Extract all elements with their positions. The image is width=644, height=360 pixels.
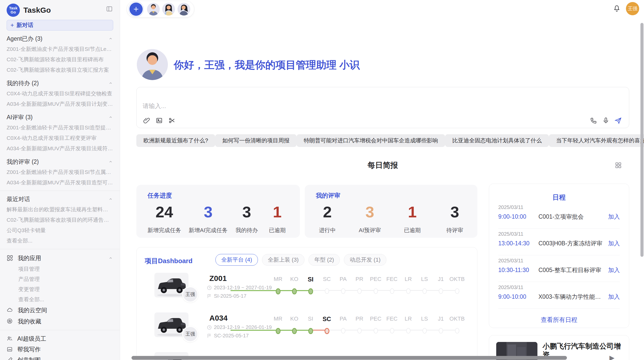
sidebar-item-cloud-space[interactable]: 我的云空间 <box>7 305 113 316</box>
project-row[interactable]: 王强 Z001 2023-12-19 ~ 2027-01-19 SI-2025-… <box>137 272 477 311</box>
sidebar-item-favorites[interactable]: 我的收藏 <box>7 316 113 327</box>
sidebar-item[interactable]: Z001-全新燃油轻卡产品开发项目SI节点属性5D文件评审 <box>7 167 113 177</box>
sidebar-item[interactable]: A034-全新新能源MUV产品开发项目计划变更表编写 <box>7 99 113 109</box>
grid-icon <box>7 255 13 261</box>
clock-icon <box>207 325 212 330</box>
sidebar-divider <box>0 249 120 249</box>
scissors-icon[interactable] <box>168 117 176 124</box>
sidebar-header: Task Go TaskGo <box>7 0 113 17</box>
suggestion-chips: 欧洲新规最近颁布了什么? 如何写一份清晰的项目周报 特朗普可能对进口汽车增税会对… <box>136 134 629 147</box>
stat-label: 我的待办 <box>236 227 258 234</box>
stat-label: 待评审 <box>446 227 463 234</box>
view-all-schedule-link[interactable]: 查看所有日程 <box>498 316 620 324</box>
schedule-time: 10:30-11:30 <box>498 267 538 274</box>
cloud-icon <box>7 307 13 313</box>
sidebar-item-ai-super-staff[interactable]: AI超级员工 <box>7 333 113 344</box>
sidebar-item[interactable]: A034-全新新能源MUV产品开发项目造型可行性评审 <box>7 177 113 188</box>
chevron-up-icon[interactable] <box>109 197 113 201</box>
dashboard-tabs: 全新平台 (4) 全新上装 (3) 年型 (2) 动总开发 (1) <box>215 254 386 266</box>
new-chat-button[interactable]: + 新对话 <box>7 20 113 31</box>
recent-view-all-link[interactable]: 查看全部... <box>7 235 113 246</box>
section-my-review[interactable]: 我的评审 (2) <box>7 157 113 167</box>
suggestion-chip[interactable]: 欧洲新规最近颁布了什么? <box>136 134 215 147</box>
sidebar-item-project-mgmt[interactable]: 项目管理 <box>7 264 113 274</box>
briefing-left-column: 任务进度 24新增完成任务 3新增AI完成任务 3我的待办 1已逾期 我的评审 <box>136 184 477 360</box>
sidebar-item-help-me-write[interactable]: 帮我写作 <box>7 344 113 355</box>
message-input[interactable] <box>137 87 629 114</box>
suggestion-chip[interactable]: 比亚迪全固态电池计划具体说了什么 <box>445 134 549 147</box>
layout-grid-icon[interactable] <box>614 161 622 169</box>
tab-all-new-top[interactable]: 全新上装 (3) <box>262 254 304 266</box>
my-apps-header[interactable]: 我的应用 <box>7 252 113 264</box>
message-composer <box>136 87 629 128</box>
schedule-item: 2025/03/11 9:00-10:00 C001-立项审批会 加入 <box>498 202 620 229</box>
sidebar-item[interactable]: C02-飞腾新能源轻客改款项目里程碑画布 <box>7 54 113 65</box>
sidebar-collapse-icon[interactable] <box>106 6 113 12</box>
chevron-up-icon[interactable] <box>109 115 113 119</box>
apps-view-all-link[interactable]: 查看全部... <box>7 294 113 305</box>
phone-icon[interactable] <box>590 117 597 124</box>
attachment-icon[interactable] <box>143 117 150 124</box>
schedule-event-title: C001-立项审批会 <box>538 213 605 221</box>
microphone-icon[interactable] <box>602 117 610 124</box>
project-row[interactable]: 王强 A034 2023-12-19 ~ 2026-01-19 SC-2025-… <box>137 311 477 351</box>
chevron-up-icon[interactable] <box>109 256 113 260</box>
suggestion-chip[interactable]: 当下年轻人对汽车外观有怎样的喜好趋势 <box>549 134 644 147</box>
sidebar-item[interactable]: Z001-全新燃油皮卡产品开发项目SI节点Lesson Learn报告 <box>7 44 113 54</box>
tab-year-model[interactable]: 年型 (2) <box>309 254 340 266</box>
sidebar-item[interactable]: C0X4-动力总成开发项目工程变更评审 <box>7 133 113 143</box>
schedule-event-title: C003|H0B-方案冻结评审 <box>538 239 605 247</box>
section-my-todo[interactable]: 我的待办 (2) <box>7 78 113 88</box>
join-link[interactable]: 加入 <box>608 293 620 301</box>
schedule-date: 2025/03/11 <box>498 258 620 264</box>
recent-chat-item[interactable]: 解释最新出台的欧盟报废车法规再生塑料比例被调至15%... <box>7 204 113 215</box>
chevron-up-icon[interactable] <box>109 81 113 85</box>
send-icon[interactable] <box>614 117 622 124</box>
horizontal-scrollbar[interactable] <box>131 356 567 360</box>
sidebar-item[interactable]: A034-全新新能源MUV产品开发项目法规符合性评审 <box>7 143 113 154</box>
main-area: 王强 你好，王强，我是你的项目管理助理 小识 <box>120 0 644 360</box>
section-title: 最近对话 <box>7 196 30 202</box>
schedule-item: 2025/03/11 10:30-11:30 C005-整车工程目标评审 加入 <box>498 255 620 282</box>
tab-all-new-platform[interactable]: 全新平台 (4) <box>215 254 258 266</box>
join-link[interactable]: 加入 <box>608 213 620 221</box>
sidebar-item[interactable]: C0X4-动力总成开发项目SI里程碑提交物检查 <box>7 88 113 99</box>
stat-new-done: 24新增完成任务 <box>148 204 181 234</box>
tab-powertrain-dev[interactable]: 动总开发 (1) <box>344 254 386 266</box>
section-ai-review[interactable]: AI评审 (3) <box>7 112 113 122</box>
project-flag: SI-2025-05-17 <box>207 293 246 299</box>
sidebar-item[interactable]: Z001-全新燃油轻卡产品开发项目SI造型提交物评审 <box>7 122 113 133</box>
date-range: 2023-12-19 ~ 2026-01-19 <box>214 324 272 330</box>
milestone-nodes <box>270 328 465 334</box>
stat-overdue: 1已逾期 <box>266 204 289 234</box>
sidebar-item-creative-drawing[interactable]: 创意制图 <box>7 355 113 360</box>
star-circle-icon <box>7 318 13 325</box>
recent-chat-item[interactable]: 公司Q3轻卡销量 <box>7 225 113 235</box>
section-recent-chats[interactable]: 最近对话 <box>7 194 113 204</box>
plus-icon: + <box>10 22 14 29</box>
flag-icon <box>207 333 212 338</box>
image-icon[interactable] <box>155 117 163 124</box>
favorites-label: 我的收藏 <box>18 318 41 325</box>
scroll-right-arrow-icon[interactable]: ▶ <box>609 354 614 360</box>
sidebar-item[interactable]: C02-飞腾新能源轻客改款项目立项汇报方案 <box>7 65 113 75</box>
suggestion-chip[interactable]: 特朗普可能对进口汽车增税会对中国车企造成哪些影响 <box>297 134 445 147</box>
join-link[interactable]: 加入 <box>608 239 620 247</box>
recent-chat-item[interactable]: C02-飞腾新能源轻客改款项目的闭环通告反馈情况 <box>7 215 113 225</box>
suggestion-chip[interactable]: 如何写一份清晰的项目周报 <box>215 134 297 147</box>
sidebar-item-change-mgmt[interactable]: 变更管理 <box>7 284 113 294</box>
scroll-down-arrow-icon[interactable]: ▼ <box>614 345 620 352</box>
vertical-scrollbar[interactable] <box>640 23 643 257</box>
owner-name: 王强 <box>185 291 195 298</box>
schedule-item: 2025/03/11 9:00-10:00 X003-车辆动力学性能验... 加… <box>498 282 620 309</box>
sidebar-item-product-mgmt[interactable]: 产品管理 <box>7 274 113 284</box>
stat-label: AI预评审 <box>359 227 381 234</box>
stat-in-progress: 2进行中 <box>316 204 339 234</box>
chevron-up-icon[interactable] <box>109 160 113 164</box>
logo-text-top: Task <box>9 6 17 10</box>
join-link[interactable]: 加入 <box>608 266 620 274</box>
chevron-up-icon[interactable] <box>109 37 113 41</box>
section-title: 我的评审 (2) <box>7 158 39 165</box>
schedule-date: 2025/03/11 <box>498 231 620 237</box>
section-agent-done[interactable]: Agent已办 (3) <box>7 34 113 44</box>
